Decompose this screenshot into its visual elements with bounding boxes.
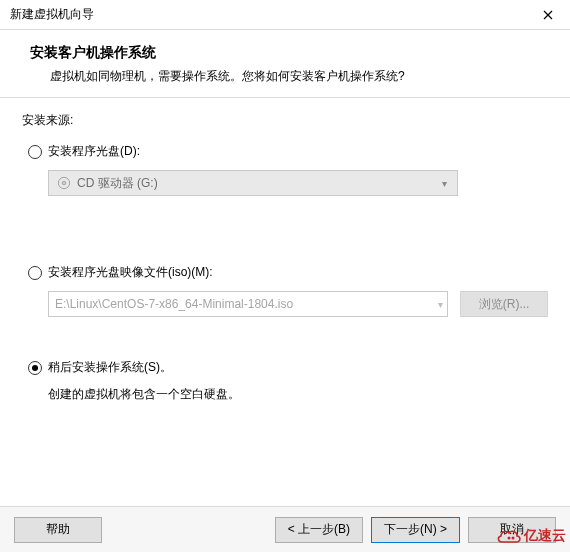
wizard-header: 安装客户机操作系统 虚拟机如同物理机，需要操作系统。您将如何安装客户机操作系统?: [0, 30, 570, 98]
source-label: 安装来源:: [22, 112, 548, 129]
option-later: 稍后安装操作系统(S)。 创建的虚拟机将包含一个空白硬盘。: [22, 359, 548, 403]
close-button[interactable]: [526, 0, 570, 30]
radio-later-label: 稍后安装操作系统(S)。: [48, 359, 172, 376]
disc-icon: [57, 176, 71, 190]
chevron-down-icon: ▾: [438, 299, 443, 310]
wizard-body: 安装来源: 安装程序光盘(D): CD 驱动器 (G:) ▾ 安装程序光盘映像文…: [0, 98, 570, 403]
radio-icon-checked: [28, 361, 42, 375]
window-title: 新建虚拟机向导: [10, 6, 526, 23]
disc-drive-text: CD 驱动器 (G:): [77, 175, 158, 192]
disc-drive-combo[interactable]: CD 驱动器 (G:) ▾: [48, 170, 458, 196]
chevron-down-icon: ▾: [435, 178, 453, 189]
later-note: 创建的虚拟机将包含一个空白硬盘。: [48, 386, 548, 403]
option-disc: 安装程序光盘(D): CD 驱动器 (G:) ▾: [22, 143, 548, 196]
wizard-footer: 帮助 < 上一步(B) 下一步(N) > 取消: [0, 506, 570, 552]
radio-disc-label: 安装程序光盘(D):: [48, 143, 140, 160]
radio-later[interactable]: 稍后安装操作系统(S)。: [28, 359, 548, 376]
radio-iso[interactable]: 安装程序光盘映像文件(iso)(M):: [28, 264, 548, 281]
iso-path-text: E:\Linux\CentOS-7-x86_64-Minimal-1804.is…: [55, 297, 293, 311]
option-iso: 安装程序光盘映像文件(iso)(M): E:\Linux\CentOS-7-x8…: [22, 264, 548, 317]
radio-icon: [28, 266, 42, 280]
back-button[interactable]: < 上一步(B): [275, 517, 363, 543]
radio-iso-label: 安装程序光盘映像文件(iso)(M):: [48, 264, 213, 281]
next-button[interactable]: 下一步(N) >: [371, 517, 460, 543]
svg-point-1: [62, 181, 66, 185]
cancel-button[interactable]: 取消: [468, 517, 556, 543]
header-subtitle: 虚拟机如同物理机，需要操作系统。您将如何安装客户机操作系统?: [30, 68, 552, 85]
radio-icon: [28, 145, 42, 159]
close-icon: [543, 10, 553, 20]
header-title: 安装客户机操作系统: [30, 44, 552, 62]
iso-path-combo[interactable]: E:\Linux\CentOS-7-x86_64-Minimal-1804.is…: [48, 291, 448, 317]
browse-button[interactable]: 浏览(R)...: [460, 291, 548, 317]
help-button[interactable]: 帮助: [14, 517, 102, 543]
radio-disc[interactable]: 安装程序光盘(D):: [28, 143, 548, 160]
titlebar: 新建虚拟机向导: [0, 0, 570, 30]
